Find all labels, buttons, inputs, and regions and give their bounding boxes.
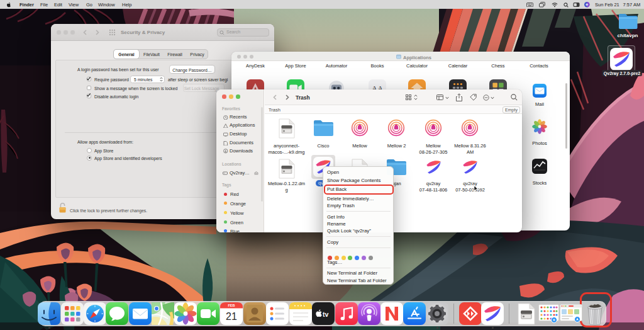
svg-text:21: 21 <box>226 311 237 322</box>
svg-text:tv: tv <box>323 310 328 318</box>
svg-text:FEB: FEB <box>228 304 235 307</box>
